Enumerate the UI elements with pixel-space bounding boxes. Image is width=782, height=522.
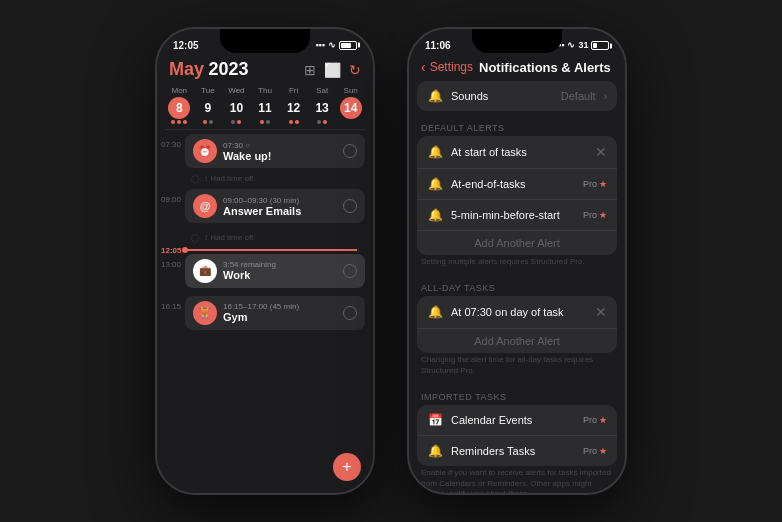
calendar-sync-icon[interactable]: ↻	[349, 62, 361, 78]
phone-right-screen: 11:06 ▪▪▪ ∿ 31 ‹ Settings Notifications …	[409, 29, 625, 493]
reminders-pro: Pro ★	[583, 446, 607, 456]
work-checkbox[interactable]	[343, 264, 357, 278]
calendar-events-label: Calendar Events	[451, 414, 575, 426]
allday-label: At 07:30 on day of task	[451, 306, 587, 318]
app-container: 12:05 ▪▪▪ ∿ May 2023 ⊞ ⬜ ↻	[135, 7, 647, 515]
timeline-item-work: 13:00 💼 3:54 remaining Work	[185, 254, 373, 288]
alert-start-remove-icon[interactable]: ✕	[595, 144, 607, 160]
allday-tasks-group: 🔔 At 07:30 on day of task ✕ Add Another …	[417, 296, 617, 353]
settings-body: 🔔 Sounds Default › DEFAULT ALERTS 🔔 At s…	[409, 81, 625, 493]
section-default-alerts: DEFAULT ALERTS 🔔 At start of tasks ✕ 🔔 A…	[417, 119, 617, 271]
imported-tasks-label: IMPORTED TASKS	[417, 388, 617, 405]
sounds-group: 🔔 Sounds Default ›	[417, 81, 617, 111]
week-divider	[165, 129, 365, 130]
week-col-mon[interactable]: Mon 8	[165, 86, 194, 125]
phone-left-screen: 12:05 ▪▪▪ ∿ May 2023 ⊞ ⬜ ↻	[157, 29, 373, 493]
phone-notch	[220, 29, 310, 53]
week-col-wed[interactable]: Wed 10	[222, 86, 251, 125]
gym-checkbox[interactable]	[343, 306, 357, 320]
back-arrow-icon[interactable]: ‹	[421, 59, 426, 75]
timeline-item-email: 09:00 @ 09:00–09:30 (30 min) Answer Emai…	[185, 189, 373, 223]
alert-end-pro: Pro ★	[583, 179, 607, 189]
alert-5min-icon: 🔔	[427, 208, 443, 222]
calendar-photo-icon[interactable]: ⬜	[324, 62, 341, 78]
calendar-events-pro: Pro ★	[583, 415, 607, 425]
alert-start-label: At start of tasks	[451, 146, 587, 158]
sounds-value: Default	[561, 90, 596, 102]
allday-tasks-label: ALL-DAY TASKS	[417, 279, 617, 296]
settings-nav: ‹ Settings Notifications & Alerts	[409, 57, 625, 81]
alert-start-icon: 🔔	[427, 145, 443, 159]
wakeup-icon: ⏰	[193, 139, 217, 163]
add-event-fab[interactable]: +	[333, 453, 361, 481]
alert-end-label: At-end-of-tasks	[451, 178, 575, 190]
phone-left: 12:05 ▪▪▪ ∿ May 2023 ⊞ ⬜ ↻	[155, 27, 375, 495]
time-left: 12:05	[173, 40, 199, 51]
current-time-indicator: 12:05	[185, 249, 365, 251]
add-alert-allday[interactable]: Add Another Alert	[417, 329, 617, 353]
calendar-grid-icon[interactable]: ⊞	[304, 62, 316, 78]
imported-row-reminders[interactable]: 🔔 Reminders Tasks Pro ★	[417, 436, 617, 466]
alert-5min-label: 5-min-min-before-start	[451, 209, 575, 221]
year-label: 2023	[208, 59, 248, 79]
calendar-icons: ⊞ ⬜ ↻	[304, 62, 361, 78]
status-icons-right: ▪▪▪ ∿ 31	[555, 40, 609, 50]
week-col-fri[interactable]: Fri 12	[279, 86, 308, 125]
allday-remove-icon[interactable]: ✕	[595, 304, 607, 320]
email-checkbox[interactable]	[343, 199, 357, 213]
section-imported-tasks: IMPORTED TASKS 📅 Calendar Events Pro ★ 🔔…	[417, 388, 617, 493]
alert-end-icon: 🔔	[427, 177, 443, 191]
calendar-events-icon: 📅	[427, 413, 443, 427]
week-col-sun[interactable]: Sun 14	[336, 86, 365, 125]
imported-tasks-group: 📅 Calendar Events Pro ★ 🔔 Reminders Task…	[417, 405, 617, 466]
had-time-2: ↕ Had time off.	[185, 229, 373, 246]
alert-row-5min[interactable]: 🔔 5-min-min-before-start Pro ★	[417, 200, 617, 231]
back-label[interactable]: Settings	[430, 60, 473, 74]
imported-footnote: Enable if you want to receive alerts for…	[417, 466, 617, 493]
sounds-icon: 🔔	[427, 89, 443, 103]
default-alerts-footnote: Setting multiple alerts requires Structu…	[417, 255, 617, 271]
page-title: Notifications & Alerts	[479, 60, 611, 75]
wakeup-checkbox[interactable]	[343, 144, 357, 158]
phone-notch-right	[472, 29, 562, 53]
week-col-tue[interactable]: Tue 9	[194, 86, 223, 125]
wifi-icon: ∿	[328, 40, 336, 50]
timeline-item-wakeup: 07:30 ⏰ 07:30 ○ Wake up!	[185, 134, 373, 168]
week-col-thu[interactable]: Thu 11	[251, 86, 280, 125]
email-icon: @	[193, 194, 217, 218]
week-col-sat[interactable]: Sat 13	[308, 86, 337, 125]
section-allday-tasks: ALL-DAY TASKS 🔔 At 07:30 on day of task …	[417, 279, 617, 380]
month-label: May	[169, 59, 204, 79]
week-header: Mon 8 Tue 9 Wed	[157, 86, 373, 125]
alert-row-start[interactable]: 🔔 At start of tasks ✕	[417, 136, 617, 169]
phone-right: 11:06 ▪▪▪ ∿ 31 ‹ Settings Notifications …	[407, 27, 627, 495]
had-time-1: ↕ Had time off.	[185, 170, 373, 187]
calendar-header: May 2023 ⊞ ⬜ ↻	[157, 57, 373, 86]
timeline-item-gym: 16:15 🏋 16:15–17:00 (45 min) Gym	[185, 296, 373, 330]
default-alerts-group: 🔔 At start of tasks ✕ 🔔 At-end-of-tasks …	[417, 136, 617, 255]
time-right: 11:06	[425, 40, 451, 51]
battery-label-right: 31	[578, 40, 609, 50]
imported-row-calendar[interactable]: 📅 Calendar Events Pro ★	[417, 405, 617, 436]
work-icon: 💼	[193, 259, 217, 283]
allday-bell-icon: 🔔	[427, 305, 443, 319]
reminders-icon: 🔔	[427, 444, 443, 458]
signal-icon: ▪▪▪	[315, 40, 325, 50]
battery-icon-left	[339, 41, 357, 50]
alert-5min-pro: Pro ★	[583, 210, 607, 220]
timeline: 07:30 ⏰ 07:30 ○ Wake up! ↕ Had time off.	[157, 134, 373, 334]
calendar-title: May 2023	[169, 59, 249, 80]
sounds-label: Sounds	[451, 90, 553, 102]
allday-footnote: Changing the alert time for all-day task…	[417, 353, 617, 380]
gym-icon: 🏋	[193, 301, 217, 325]
status-icons-left: ▪▪▪ ∿	[315, 40, 357, 50]
wifi-icon-right: ∿	[567, 40, 575, 50]
reminders-label: Reminders Tasks	[451, 445, 575, 457]
sounds-chevron-icon: ›	[604, 91, 607, 102]
default-alerts-label: DEFAULT ALERTS	[417, 119, 617, 136]
alert-row-end[interactable]: 🔔 At-end-of-tasks Pro ★	[417, 169, 617, 200]
allday-row-0730[interactable]: 🔔 At 07:30 on day of task ✕	[417, 296, 617, 329]
sounds-row[interactable]: 🔔 Sounds Default ›	[417, 81, 617, 111]
add-alert-default[interactable]: Add Another Alert	[417, 231, 617, 255]
